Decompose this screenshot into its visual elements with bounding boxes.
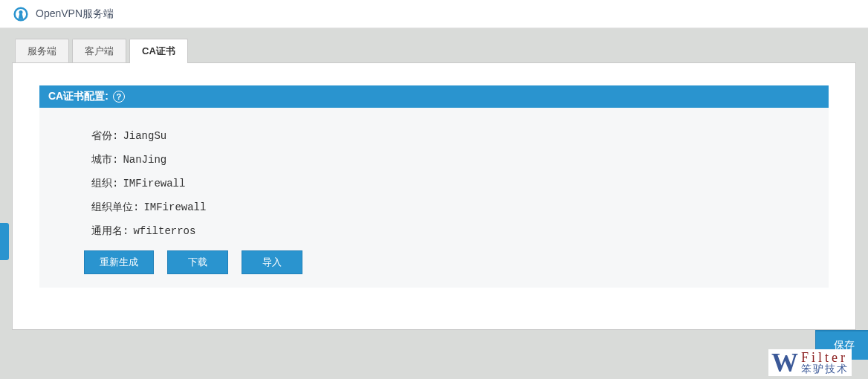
download-button[interactable]: 下载 — [167, 250, 228, 274]
brand-main: Filter — [801, 351, 849, 364]
import-button[interactable]: 导入 — [242, 250, 302, 274]
tab-client[interactable]: 客户端 — [72, 39, 126, 63]
row-cn: 通用名: wfilterros — [91, 219, 829, 243]
row-ou: 组织单位: IMFirewall — [91, 195, 829, 219]
tabs: 服务端 客户端 CA证书 — [15, 39, 856, 63]
tab-server[interactable]: 服务端 — [15, 39, 69, 63]
row-province: 省份: JiangSu — [91, 124, 829, 148]
org-value: IMFirewall — [123, 178, 185, 190]
tab-panel-ca: CA证书配置: ? 省份: JiangSu 城市: NanJing 组织: IM… — [12, 62, 856, 330]
row-city: 城市: NanJing — [91, 148, 829, 172]
brand-w: W — [771, 352, 798, 375]
ou-label: 组织单位: — [91, 201, 139, 214]
brand-logo: W Filter 笨驴技术 — [768, 349, 852, 376]
ou-value: IMFirewall — [143, 201, 206, 213]
row-org: 组织: IMFirewall — [91, 172, 829, 195]
regenerate-button[interactable]: 重新生成 — [84, 250, 154, 274]
page-title: OpenVPN服务端 — [36, 7, 114, 21]
province-label: 省份: — [91, 129, 118, 143]
province-value: JiangSu — [123, 130, 166, 142]
help-icon[interactable]: ? — [113, 91, 125, 103]
cn-value: wfilterros — [133, 225, 195, 237]
button-row: 重新生成 下载 导入 — [39, 250, 829, 274]
openvpn-icon — [13, 7, 28, 22]
tab-ca-cert[interactable]: CA证书 — [129, 39, 188, 63]
org-label: 组织: — [91, 177, 118, 190]
app-header: OpenVPN服务端 — [0, 0, 868, 28]
section-header: CA证书配置: ? — [39, 85, 829, 108]
section-title: CA证书配置: — [48, 90, 108, 103]
city-label: 城市: — [91, 153, 118, 166]
ca-config-section: CA证书配置: ? 省份: JiangSu 城市: NanJing 组织: IM… — [39, 85, 829, 288]
form-rows: 省份: JiangSu 城市: NanJing 组织: IMFirewall 组… — [39, 108, 829, 250]
left-collapse-handle[interactable] — [0, 223, 9, 260]
city-value: NanJing — [123, 154, 166, 166]
brand-text: Filter 笨驴技术 — [801, 351, 849, 375]
main-container: 服务端 客户端 CA证书 CA证书配置: ? 省份: JiangSu 城市: N… — [0, 28, 868, 379]
cn-label: 通用名: — [91, 224, 129, 238]
brand-sub: 笨驴技术 — [801, 364, 849, 375]
